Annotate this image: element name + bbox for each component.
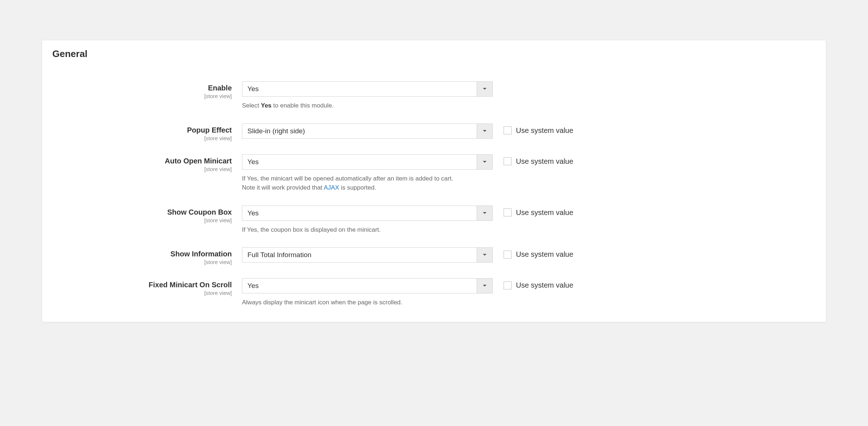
scope-label: [store view] <box>49 290 232 296</box>
coupon-select[interactable]: Yes <box>242 206 493 221</box>
use-system-value-show-info: Use system value <box>504 247 573 259</box>
use-system-value-coupon: Use system value <box>504 206 573 217</box>
field-row-enable: Enable [store view] Yes Select Yes to en… <box>49 81 819 110</box>
control-col: Slide-in (right side) <box>242 123 493 139</box>
chevron-down-icon <box>477 155 492 169</box>
field-row-popup-effect: Popup Effect [store view] Slide-in (righ… <box>49 123 819 141</box>
field-row-auto-open: Auto Open Minicart [store view] Yes If Y… <box>49 154 819 192</box>
label-show-info: Show Information <box>49 249 232 258</box>
chevron-down-icon <box>477 82 492 96</box>
fixed-scroll-select[interactable]: Yes <box>242 278 493 293</box>
chevron-down-icon <box>477 279 492 293</box>
note-text: If Yes, the minicart will be opened auto… <box>242 175 453 182</box>
control-col: Yes Select Yes to enable this module. <box>242 81 493 110</box>
use-system-value-label: Use system value <box>516 250 573 259</box>
use-system-value-label: Use system value <box>516 281 573 289</box>
label-col: Enable [store view] <box>49 81 242 99</box>
note-text: is supported. <box>339 184 376 191</box>
label-col: Popup Effect [store view] <box>49 123 242 141</box>
show-info-select[interactable]: Full Total Information <box>242 247 493 263</box>
scope-label: [store view] <box>49 93 232 99</box>
label-auto-open: Auto Open Minicart <box>49 157 232 165</box>
control-col: Yes If Yes, the coupon box is displayed … <box>242 206 493 235</box>
enable-note: Select Yes to enable this module. <box>242 101 493 110</box>
scope-label: [store view] <box>49 259 232 265</box>
note-bold: Yes <box>261 102 271 109</box>
section-title: General <box>52 48 819 60</box>
scope-label: [store view] <box>49 135 232 141</box>
select-value: Full Total Information <box>242 248 477 262</box>
select-value: Yes <box>242 155 477 169</box>
use-system-value-checkbox[interactable] <box>504 126 512 134</box>
label-enable: Enable <box>49 84 232 92</box>
coupon-note: If Yes, the coupon box is displayed on t… <box>242 225 493 235</box>
control-col: Full Total Information <box>242 247 493 263</box>
use-system-value-popup-effect: Use system value <box>504 123 573 135</box>
auto-open-select[interactable]: Yes <box>242 154 493 170</box>
control-col: Yes If Yes, the minicart will be opened … <box>242 154 493 192</box>
label-col: Show Information [store view] <box>49 247 242 265</box>
chevron-down-icon <box>477 124 492 138</box>
note-text: to enable this module. <box>271 102 334 109</box>
auto-open-note: If Yes, the minicart will be opened auto… <box>242 174 493 192</box>
field-row-coupon: Show Coupon Box [store view] Yes If Yes,… <box>49 206 819 235</box>
label-popup-effect: Popup Effect <box>49 126 232 134</box>
popup-effect-select[interactable]: Slide-in (right side) <box>242 123 493 139</box>
use-system-value-label: Use system value <box>516 208 573 217</box>
label-col: Fixed Minicart On Scroll [store view] <box>49 278 242 296</box>
use-system-value-checkbox[interactable] <box>504 251 512 259</box>
general-panel: General Enable [store view] Yes Select Y… <box>42 40 826 322</box>
control-col: Yes Always display the minicart icon whe… <box>242 278 493 307</box>
note-text: Select <box>242 102 261 109</box>
select-value: Yes <box>242 279 477 293</box>
select-value: Yes <box>242 206 477 220</box>
use-system-value-auto-open: Use system value <box>504 154 573 166</box>
label-fixed-scroll: Fixed Minicart On Scroll <box>49 280 232 289</box>
scope-label: [store view] <box>49 166 232 172</box>
enable-select[interactable]: Yes <box>242 81 493 97</box>
select-value: Yes <box>242 82 477 96</box>
select-value: Slide-in (right side) <box>242 124 477 138</box>
use-system-value-label: Use system value <box>516 157 573 166</box>
use-system-value-checkbox[interactable] <box>504 281 512 289</box>
note-text: Note it will work provided that <box>242 184 324 191</box>
scope-label: [store view] <box>49 217 232 223</box>
ajax-link[interactable]: AJAX <box>324 184 339 191</box>
label-col: Show Coupon Box [store view] <box>49 206 242 223</box>
field-row-show-info: Show Information [store view] Full Total… <box>49 247 819 265</box>
label-col: Auto Open Minicart [store view] <box>49 154 242 172</box>
field-row-fixed-scroll: Fixed Minicart On Scroll [store view] Ye… <box>49 278 819 307</box>
chevron-down-icon <box>477 206 492 220</box>
use-system-value-fixed-scroll: Use system value <box>504 278 573 289</box>
use-system-value-checkbox[interactable] <box>504 157 512 165</box>
use-system-value-label: Use system value <box>516 126 573 135</box>
chevron-down-icon <box>477 248 492 262</box>
label-coupon: Show Coupon Box <box>49 208 232 216</box>
use-system-value-checkbox[interactable] <box>504 208 512 216</box>
fixed-scroll-note: Always display the minicart icon when th… <box>242 298 493 307</box>
